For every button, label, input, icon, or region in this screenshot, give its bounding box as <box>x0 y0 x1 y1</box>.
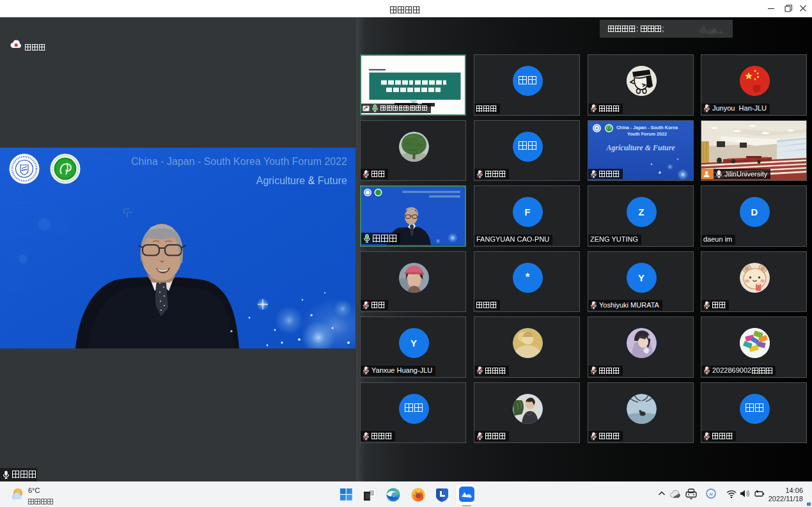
svg-text:AI: AI <box>709 492 713 496</box>
